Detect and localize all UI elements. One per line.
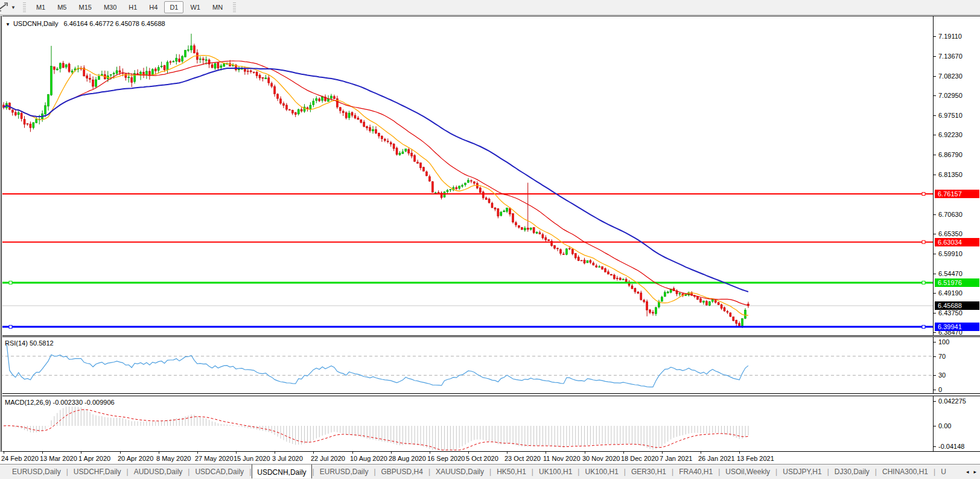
time-tick-label: 24 Feb 2020 <box>1 455 39 462</box>
chart-tab-usdcnh-daily[interactable]: USDCNH,Daily <box>252 464 311 478</box>
price-tick-label: 6.86790 <box>938 151 962 158</box>
timeframe-button-m15[interactable]: M15 <box>73 1 97 13</box>
window-left-frame <box>0 16 2 452</box>
price-tick-mark <box>934 274 936 274</box>
candlestick-canvas[interactable] <box>0 16 933 335</box>
price-tick-mark <box>934 254 936 254</box>
price-tick-mark <box>934 313 936 313</box>
time-tick-label: 15 Jun 2020 <box>234 455 270 462</box>
chart-tab-usoil-weekly[interactable]: USOil,Weekly <box>721 465 775 479</box>
chart-symbol-label: USDCNH,Daily <box>13 20 59 27</box>
timeframe-button-m5[interactable]: M5 <box>52 1 72 13</box>
chart-tab-fra40-h1[interactable]: FRA40,H1 <box>674 465 718 479</box>
price-tick-mark <box>934 155 936 155</box>
price-tick-label: 7.08230 <box>938 72 962 80</box>
toolbar-grip-2 <box>233 2 236 12</box>
price-tick-label: 7.13670 <box>938 53 962 60</box>
current-price-badge: 6.45688 <box>935 301 979 310</box>
rsi-tick-label: 0 <box>938 386 942 393</box>
rsi-indicator-label: RSI(14) 50.5812 <box>5 339 54 347</box>
time-tick-mark <box>120 452 121 454</box>
time-tick-mark <box>197 452 198 454</box>
time-tick-mark <box>159 452 159 454</box>
chart-dropdown-icon[interactable]: ▼ <box>5 22 10 27</box>
main-chart-pane: ▼USDCNH,Daily6.46164 6.46772 6.45078 6.4… <box>0 16 980 336</box>
timeframe-toolbar: ▼ M1M5M15M30H1H4D1W1MN <box>0 0 980 15</box>
timeframe-button-h1[interactable]: H1 <box>123 1 142 13</box>
level-price-badge: 6.76157 <box>935 190 979 198</box>
toolbar-grip <box>23 2 26 12</box>
rsi-tick-mark <box>934 390 936 390</box>
rsi-tick-label: 30 <box>938 371 946 379</box>
chart-tab-china300-h1[interactable]: CHINA300,H1 <box>877 465 933 479</box>
price-tick-mark <box>934 76 936 77</box>
time-tick-mark <box>391 452 392 454</box>
macd-tick-label: 0.00 <box>938 422 951 429</box>
timeframe-button-d1[interactable]: D1 <box>164 1 183 13</box>
chart-tab-usdchf-daily[interactable]: USDCHF,Daily <box>69 465 126 479</box>
chart-tab-eurusd-daily[interactable]: EURUSD,Daily <box>315 465 374 479</box>
time-tick-label: 23 Oct 2020 <box>504 455 541 462</box>
rsi-tick-label: 70 <box>938 353 946 360</box>
chart-tab-usdjpy-h1[interactable]: USDJPY,H1 <box>778 465 826 479</box>
time-tick-label: 20 Apr 2020 <box>118 455 153 462</box>
chart-tab-uk100-h1[interactable]: UK100,H1 <box>534 465 577 479</box>
chart-tab-hk50-h1[interactable]: HK50,H1 <box>492 465 531 479</box>
tab-scroll-left-icon[interactable]: ◂ <box>966 469 969 475</box>
time-axis: 24 Feb 202013 Mar 20201 Apr 202020 Apr 2… <box>0 452 980 464</box>
time-tick-mark <box>468 452 469 454</box>
time-tick-label: 26 Jan 2021 <box>698 455 735 462</box>
chart-tab-gbpusd-h4[interactable]: GBPUSD,H4 <box>377 465 428 479</box>
time-tick-label: 27 May 2020 <box>195 455 234 462</box>
level-price-badge: 6.39941 <box>935 323 979 331</box>
time-tick-label: 1 Apr 2020 <box>78 455 110 462</box>
chart-tab-xauusd-daily[interactable]: XAUUSD,Daily <box>431 465 489 479</box>
rsi-tick-mark <box>934 375 936 376</box>
price-tick-mark <box>934 56 936 57</box>
chevron-down-icon[interactable]: ▼ <box>10 5 19 10</box>
chart-tool-icon[interactable] <box>0 2 10 13</box>
time-tick-mark <box>352 452 353 454</box>
chart-tab-ger30-h1[interactable]: GER30,H1 <box>626 465 671 479</box>
timeframe-button-mn[interactable]: MN <box>207 1 228 13</box>
price-tick-label: 7.19110 <box>938 33 962 40</box>
timeframe-button-m30[interactable]: M30 <box>98 1 122 13</box>
time-tick-label: 7 Jan 2021 <box>660 455 692 462</box>
rsi-pane: RSI(14) 50.5812 10070300 <box>0 336 980 394</box>
price-tick-mark <box>934 95 936 96</box>
price-tick-mark <box>934 115 936 116</box>
chart-tab-eurusd-daily[interactable]: EURUSD,Daily <box>7 465 66 479</box>
time-tick-label: 11 Nov 2020 <box>543 455 581 462</box>
timeframe-button-w1[interactable]: W1 <box>185 1 206 13</box>
timeframe-button-h4[interactable]: H4 <box>144 1 163 13</box>
chart-window: ▼USDCNH,Daily6.46164 6.46772 6.45078 6.4… <box>0 16 980 464</box>
price-tick-label: 6.92230 <box>938 131 962 138</box>
rsi-axis: 10070300 <box>933 337 980 393</box>
time-tick-mark <box>739 452 740 454</box>
chart-ohlc-values: 6.46164 6.46772 6.45078 6.45688 <box>63 20 165 27</box>
time-tick-mark <box>701 452 701 454</box>
time-tick-mark <box>623 452 624 454</box>
time-tick-mark <box>430 452 430 454</box>
time-tick-label: 8 May 2020 <box>156 455 191 462</box>
tab-scroll-right-icon[interactable]: ▸ <box>973 469 976 475</box>
tab-scroll-arrows: ◂▸ <box>960 469 980 475</box>
price-tick-label: 7.02950 <box>938 92 962 99</box>
macd-canvas[interactable] <box>0 396 933 451</box>
rsi-canvas[interactable] <box>0 337 933 393</box>
time-tick-label: 13 Feb 2021 <box>737 455 774 462</box>
symbol-tabbar: EURUSD,Daily|USDCHF,Daily|AUDUSD,Daily|U… <box>0 464 980 479</box>
timeframe-button-m1[interactable]: M1 <box>31 1 51 13</box>
macd-axis: 0.0422750.00-0.04148 <box>933 396 980 451</box>
chart-tab-dj30-daily[interactable]: DJ30,Daily <box>830 465 874 479</box>
time-tick-label: 22 Jul 2020 <box>311 455 345 462</box>
macd-tick-label: -0.04148 <box>938 443 964 450</box>
chart-tab-usdcad-daily[interactable]: USDCAD,Daily <box>190 465 249 479</box>
time-tick-mark <box>81 452 81 454</box>
chart-tab-u[interactable]: U <box>936 465 951 479</box>
chart-tab-audusd-daily[interactable]: AUDUSD,Daily <box>129 465 188 479</box>
chart-tab-uk100-h1[interactable]: UK100,H1 <box>580 465 623 479</box>
macd-pane: MACD(12,26,9) -0.002330 -0.009906 0.0422… <box>0 396 980 452</box>
price-tick-label: 6.49190 <box>938 289 962 297</box>
price-tick-label: 6.81350 <box>938 171 962 178</box>
